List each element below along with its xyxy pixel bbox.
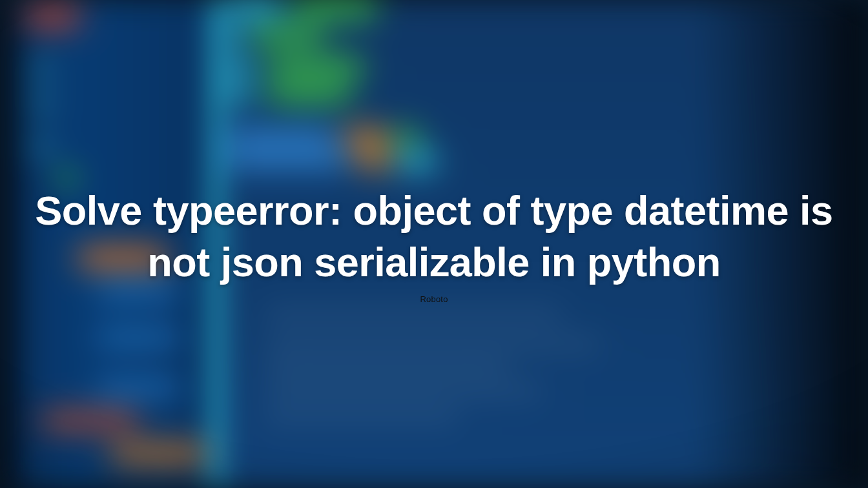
hero-content: Solve typeerror: object of type datetime… (0, 0, 868, 488)
hero-headline: Solve typeerror: object of type datetime… (18, 185, 850, 288)
hero-font-label: Roboto (420, 294, 448, 304)
